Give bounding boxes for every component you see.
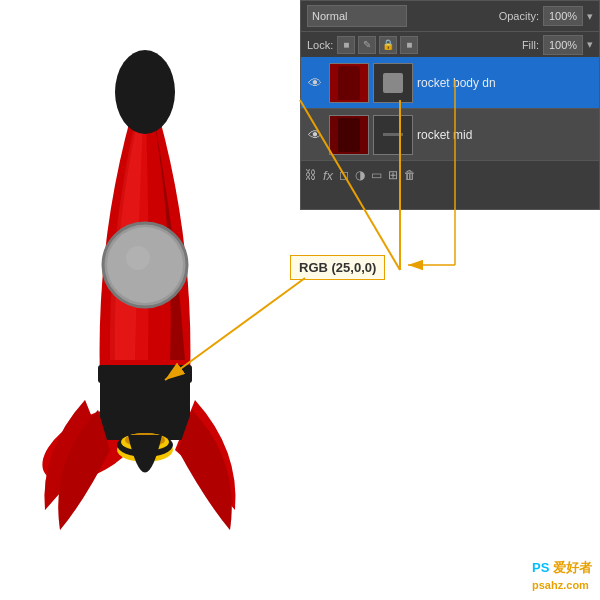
panel-top-row: Normal Opacity: ▾ xyxy=(301,1,599,31)
lock-pixels-btn[interactable]: ■ xyxy=(337,36,355,54)
rgb-annotation-label: RGB (25,0,0) xyxy=(290,255,385,280)
panel-bottom-bar: ⛓ fx ◻ ◑ ▭ ⊞ 🗑 xyxy=(301,161,599,189)
watermark: PS 爱好者 psahz.com xyxy=(532,559,592,592)
layer-mask-1 xyxy=(373,63,413,103)
rocket-illustration xyxy=(30,20,260,575)
adjustment-icon[interactable]: ◑ xyxy=(355,168,365,182)
layers-panel: Normal Opacity: ▾ Lock: ■ ✎ 🔒 ■ Fill: ▾ … xyxy=(300,0,600,210)
opacity-arrow[interactable]: ▾ xyxy=(587,10,593,23)
fill-input[interactable] xyxy=(543,35,583,55)
eye-visibility-2[interactable]: 👁 xyxy=(305,125,325,145)
rgb-value: RGB (25,0,0) xyxy=(299,260,376,275)
folder-icon[interactable]: ▭ xyxy=(371,168,382,182)
fill-arrow[interactable]: ▾ xyxy=(587,38,593,51)
opacity-label: Opacity: xyxy=(499,10,539,22)
watermark-url: psahz.com xyxy=(532,579,589,591)
blend-mode-select[interactable]: Normal xyxy=(307,5,407,27)
layer-thumb-1 xyxy=(329,63,369,103)
svg-rect-10 xyxy=(98,365,192,383)
lock-position-btn[interactable]: ✎ xyxy=(358,36,376,54)
svg-point-9 xyxy=(126,246,150,270)
new-layer-icon[interactable]: ⊞ xyxy=(388,168,398,182)
watermark-ps: PS xyxy=(532,560,549,575)
layer-thumb-2 xyxy=(329,115,369,155)
layer-name-2: rocket mid xyxy=(417,128,595,142)
mask-icon[interactable]: ◻ xyxy=(339,168,349,182)
watermark-text: 爱好者 xyxy=(553,560,592,575)
fill-row: Fill: ▾ xyxy=(522,35,593,55)
lock-artboard-btn[interactable]: 🔒 xyxy=(379,36,397,54)
lock-row: Lock: ■ ✎ 🔒 ■ Fill: ▾ xyxy=(301,31,599,57)
delete-layer-icon[interactable]: 🗑 xyxy=(404,168,416,182)
opacity-row: Opacity: ▾ xyxy=(499,6,593,26)
eye-visibility-1[interactable]: 👁 xyxy=(305,73,325,93)
fill-label: Fill: xyxy=(522,39,539,51)
layer-rocket-body-dn[interactable]: 👁 rocket body dn xyxy=(301,57,599,109)
lock-label: Lock: xyxy=(307,39,333,51)
layer-name-1: rocket body dn xyxy=(417,76,595,90)
layer-rocket-mid[interactable]: 👁 rocket mid xyxy=(301,109,599,161)
opacity-input[interactable] xyxy=(543,6,583,26)
fx-icon[interactable]: fx xyxy=(323,168,333,183)
link-chain-icon[interactable]: ⛓ xyxy=(305,168,317,182)
lock-all-btn[interactable]: ■ xyxy=(400,36,418,54)
layer-mask-2 xyxy=(373,115,413,155)
lock-icons: ■ ✎ 🔒 ■ xyxy=(337,36,418,54)
